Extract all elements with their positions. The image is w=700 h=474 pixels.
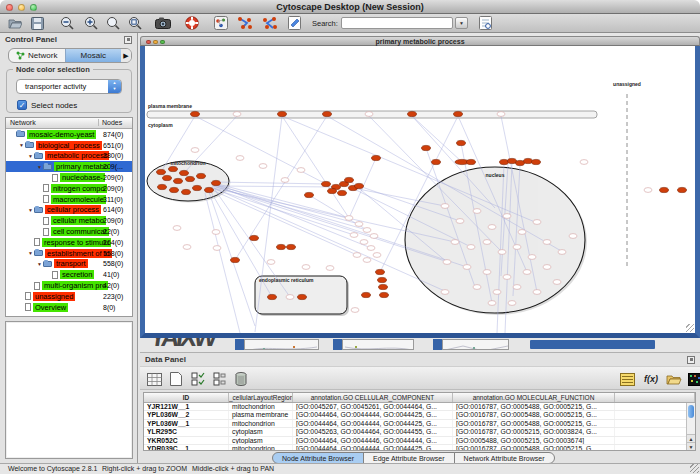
annotation-icon[interactable] [286, 15, 302, 31]
network-node[interactable] [493, 290, 501, 295]
network-node[interactable] [191, 148, 199, 153]
scroll-down-arrow[interactable]: ▼ [687, 442, 695, 450]
expand-triangle-icon[interactable]: ▼ [27, 153, 34, 159]
network-node[interactable] [553, 280, 561, 285]
network-edge[interactable] [235, 116, 327, 260]
network-node[interactable] [233, 112, 241, 117]
network-node-selected[interactable] [287, 244, 296, 249]
network-node-selected[interactable] [205, 187, 214, 192]
network-node[interactable] [351, 308, 359, 313]
network-node-selected[interactable] [231, 257, 240, 262]
tab-network[interactable]: Network [9, 49, 65, 62]
network-node-selected[interactable] [322, 181, 331, 186]
network-node[interactable] [533, 220, 541, 225]
network-node[interactable] [473, 209, 481, 214]
network-node[interactable] [370, 234, 378, 239]
network-node[interactable] [360, 240, 368, 245]
network-node[interactable] [353, 253, 361, 258]
network-node[interactable] [183, 245, 191, 250]
network-node[interactable] [173, 226, 181, 231]
expand-triangle-icon[interactable]: ▼ [36, 261, 43, 267]
network-node[interactable] [569, 234, 577, 239]
attribute-list-icon[interactable] [618, 370, 636, 388]
expand-triangle-icon[interactable]: ▼ [18, 142, 25, 148]
network-node[interactable] [350, 233, 358, 238]
apply-layout-icon[interactable] [237, 15, 253, 31]
tree-row[interactable]: ▼establishment of lo558(0) [6, 248, 132, 259]
network-node[interactable] [213, 246, 221, 251]
network-node[interactable] [373, 253, 381, 258]
snapshot-camera-icon[interactable] [155, 15, 171, 31]
network-node-selected[interactable] [174, 178, 183, 183]
network-node[interactable] [297, 168, 305, 173]
float-panel-icon[interactable] [124, 36, 132, 44]
network-node[interactable] [580, 160, 588, 165]
network-node[interactable] [456, 219, 464, 224]
network-node-selected[interactable] [678, 187, 687, 192]
tree-row[interactable]: cellular metabo209(0) [6, 215, 132, 226]
table-scrollbar[interactable]: ▲ ▼ [686, 403, 695, 450]
network-node-selected[interactable] [197, 173, 206, 178]
network-node[interactable] [443, 260, 451, 265]
network-node-selected[interactable] [454, 111, 463, 116]
network-node-selected[interactable] [169, 166, 178, 171]
tree-row[interactable]: nucleobase-209(0) [6, 172, 132, 183]
network-tree-header[interactable]: Network Nodes [6, 118, 132, 129]
network-node-selected[interactable] [378, 277, 387, 282]
network-node-selected[interactable] [532, 159, 541, 164]
delete-attribute-icon[interactable] [232, 370, 250, 388]
table-row[interactable]: YDR039C__1mitochondrion[GO:0044464, GO:0… [144, 445, 695, 451]
network-node-selected[interactable] [345, 177, 354, 182]
apply-layout-alt-icon[interactable] [262, 15, 278, 31]
tree-row[interactable]: ▼cellular process614(0) [6, 205, 132, 216]
enhanced-search-icon[interactable] [478, 15, 494, 31]
network-edge[interactable] [215, 182, 326, 184]
attribute-table-icon[interactable] [145, 370, 163, 388]
col-cellular-layout-region[interactable]: _cellularLayoutRegion [229, 393, 293, 402]
network-node[interactable] [363, 228, 371, 233]
network-node[interactable] [463, 265, 471, 270]
network-node-selected[interactable] [157, 169, 166, 174]
network-node-selected[interactable] [422, 145, 431, 150]
network-node[interactable] [236, 156, 244, 161]
network-node[interactable] [488, 301, 496, 306]
network-node-selected[interactable] [186, 176, 195, 181]
scrollbar-thumb[interactable] [688, 405, 694, 418]
search-dropdown-arrow[interactable]: ▼ [455, 17, 468, 29]
network-node-selected[interactable] [500, 159, 509, 164]
table-row[interactable]: YPL036W__1mitochondrion[GO:0044464, GO:0… [144, 420, 695, 428]
tree-row[interactable]: Overview8(0) [6, 302, 132, 313]
network-node-selected[interactable] [467, 159, 476, 164]
network-node[interactable] [441, 290, 449, 295]
network-node-selected[interactable] [250, 235, 259, 240]
attribute-matrix-icon[interactable] [686, 370, 700, 388]
import-attributes-icon[interactable] [665, 370, 683, 388]
network-node-selected[interactable] [268, 294, 277, 299]
zoom-fit-icon[interactable] [127, 15, 143, 31]
tree-row[interactable]: nitrogen compo209(0) [6, 183, 132, 194]
network-node[interactable] [483, 270, 491, 275]
network-node-selected[interactable] [355, 183, 364, 188]
table-row[interactable]: YKR052Ccytoplasm[GO:0044464, GO:0044446,… [144, 437, 695, 445]
network-node[interactable] [483, 240, 491, 245]
network-node[interactable] [451, 240, 459, 245]
network-node[interactable] [212, 230, 220, 235]
network-node-selected[interactable] [376, 269, 385, 274]
network-node[interactable] [503, 214, 511, 219]
network-node-selected[interactable] [278, 111, 287, 116]
table-row[interactable]: YPL036W__2plasma membrane[GO:0044464, GO… [144, 411, 695, 419]
tree-row[interactable]: mosaic-demo-yeast874(0) [6, 129, 132, 140]
network-view-frame[interactable]: primary metabolic process plasma membran… [140, 36, 700, 338]
network-node[interactable] [513, 245, 521, 250]
network-node[interactable] [302, 265, 310, 270]
network-node-selected[interactable] [372, 155, 381, 160]
network-node[interactable] [473, 285, 481, 290]
network-edge[interactable] [216, 186, 336, 187]
network-edge[interactable] [211, 188, 354, 235]
network-node[interactable] [259, 164, 267, 169]
float-panel-icon[interactable] [687, 356, 695, 364]
network-node-selected[interactable] [277, 244, 286, 249]
network-node[interactable] [345, 216, 353, 221]
network-node-selected[interactable] [524, 158, 533, 163]
unselect-attributes-icon[interactable] [211, 370, 229, 388]
